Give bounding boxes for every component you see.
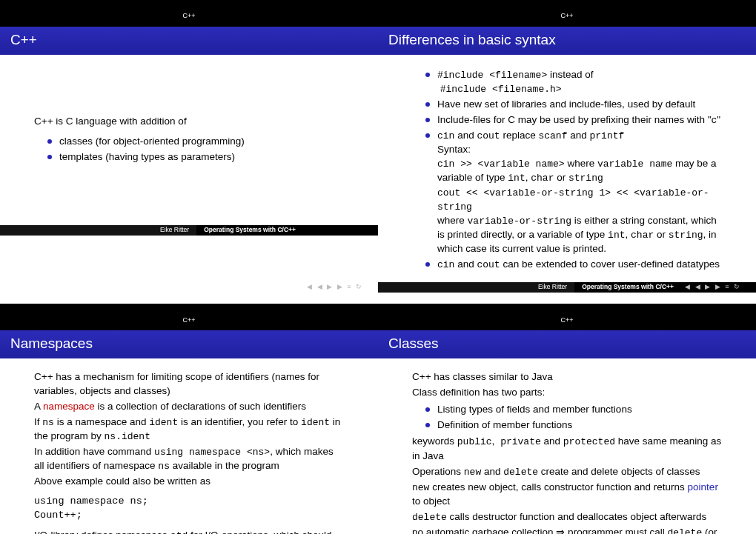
- slide-header: C++: [0, 0, 378, 27]
- footer-author: Eike Ritter: [378, 282, 574, 293]
- text: Operations new and delete create and del…: [412, 465, 722, 479]
- text: and: [454, 130, 477, 141]
- code-text: variable-or-string: [468, 216, 571, 227]
- footer-title: Operating Systems with C/C++: [196, 225, 378, 236]
- bullet-item: classes (for object-oriented programming…: [47, 135, 344, 149]
- text: and: [454, 258, 477, 270]
- keyword-pointer: pointer: [688, 481, 718, 493]
- slide-grid: C++ C++ C++ is C language with addition …: [0, 0, 756, 534]
- text: or: [654, 229, 669, 240]
- code-text: char: [631, 230, 654, 241]
- text: If ns is a namespace and ident is an ide…: [34, 415, 344, 444]
- code-text: scanf: [538, 130, 567, 141]
- bullet-item: Definition of member functions: [425, 418, 722, 433]
- text: Syntax:: [437, 144, 471, 155]
- code-text: #include <filename>: [437, 70, 547, 81]
- slide-title: Classes: [378, 330, 756, 358]
- code-text: cin: [437, 259, 454, 270]
- slide-3: C++ Namespaces C++ has a mechanism for l…: [0, 304, 378, 534]
- slide-content: C++ is C language with addition of class…: [0, 55, 378, 225]
- code-text: string: [568, 173, 603, 184]
- code-line: Count++;: [34, 509, 344, 523]
- text: keywords public, private and protected h…: [412, 435, 722, 463]
- code-block: using namespace ns; Count++;: [34, 495, 344, 523]
- code-text: int: [608, 230, 625, 241]
- bullet-item: Listing types of fields and member funct…: [425, 403, 722, 417]
- text: C++ has classes similar to Java: [412, 370, 722, 384]
- header-tag: C++: [182, 316, 195, 325]
- code-text: int: [508, 173, 525, 184]
- text: or: [554, 172, 568, 183]
- bullet-item: Have new set of libraries and include-fi…: [425, 98, 722, 112]
- code-text: cout << <variable-or-string 1> << <varia…: [437, 187, 709, 213]
- header-tag: C++: [560, 11, 573, 21]
- code-text: cin >> <variable name>: [437, 158, 565, 170]
- text: C++ has a mechanism for limiting scope o…: [34, 370, 344, 398]
- bullet-item: Include-files for C may be used by prefi…: [425, 113, 722, 127]
- text: Class definition has two parts:: [412, 386, 722, 400]
- slide-content: C++ has classes similar to Java Class de…: [378, 358, 756, 534]
- text: new creates new object, calls constructo…: [412, 481, 722, 509]
- footer-author: Eike Ritter: [0, 225, 196, 236]
- slide-content: C++ has a mechanism for limiting scope o…: [0, 358, 378, 534]
- text: no automatic garbage collection ⇒ progra…: [412, 526, 722, 534]
- text: ": [717, 114, 720, 125]
- text: replace: [500, 130, 539, 141]
- keyword-namespace: namespace: [43, 401, 95, 412]
- text: instead of: [547, 69, 593, 80]
- bullet-item: templates (having types as parameters): [47, 150, 344, 164]
- text: can be extended to cover user-defined da…: [500, 258, 720, 270]
- slide-title: Namespaces: [0, 330, 378, 358]
- code-text: cout: [477, 259, 500, 270]
- bullet-list: #include <filename> instead of #include …: [425, 68, 722, 273]
- nav-controls[interactable]: ◀ ◀ ▶ ▶ ≡ ↻: [307, 282, 363, 292]
- slide-1: C++ C++ C++ is C language with addition …: [0, 0, 378, 304]
- slide-title: Differences in basic syntax: [378, 27, 756, 55]
- text: where: [437, 215, 468, 226]
- text: Above example could also be written as: [34, 475, 344, 489]
- header-tag: C++: [182, 11, 195, 21]
- slide-2: C++ Differences in basic syntax #include…: [378, 0, 756, 304]
- text: Include-files for C may be used by prefi…: [437, 114, 711, 125]
- slide-4: C++ Classes C++ has classes similar to J…: [378, 304, 756, 534]
- bullet-list: classes (for object-oriented programming…: [47, 133, 344, 166]
- slide-header: C++: [0, 304, 378, 330]
- code-text: string: [669, 230, 703, 241]
- slide-footer: Eike Ritter Operating Systems with C/C++: [0, 225, 378, 236]
- slide-content: #include <filename> instead of #include …: [378, 55, 756, 283]
- bullet-item: cin and cout can be extended to cover us…: [425, 258, 722, 272]
- slide-header: C++: [378, 0, 756, 27]
- text: In addition have command using namespace…: [34, 445, 344, 473]
- intro-text: C++ is C language with addition of: [34, 115, 344, 129]
- bullet-item: cin and cout replace scanf and printf Sy…: [425, 129, 722, 256]
- bullet-list: Listing types of fields and member funct…: [425, 403, 722, 433]
- header-tag: C++: [560, 316, 573, 325]
- slide-title: C++: [0, 27, 378, 55]
- text: where: [565, 158, 597, 169]
- code-text: char: [531, 173, 554, 184]
- code-line: using namespace ns;: [34, 495, 344, 509]
- code-text: cout: [477, 130, 500, 141]
- nav-controls[interactable]: ◀ ◀ ▶ ▶ ≡ ↻: [685, 282, 741, 292]
- text: I/O-library defines namespace std for I/…: [34, 529, 344, 534]
- text: A namespace is a collection of declarati…: [34, 400, 344, 414]
- code-text: variable name: [597, 158, 672, 170]
- code-text: cin: [437, 130, 454, 141]
- code-text: printf: [589, 130, 624, 141]
- bullet-item: #include <filename> instead of #include …: [425, 68, 722, 96]
- code-text: #include <filename.h>: [440, 84, 562, 95]
- text: and: [567, 130, 589, 141]
- text: delete calls destructor function and dea…: [412, 510, 722, 524]
- slide-header: C++: [378, 304, 756, 330]
